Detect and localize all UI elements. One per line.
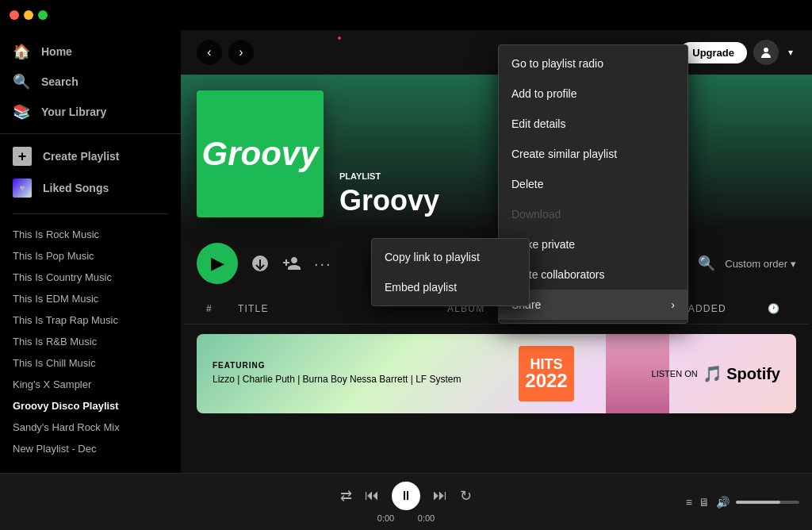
playlist-item-rock[interactable]: This Is Rock Music — [0, 224, 181, 245]
sidebar-divider — [13, 213, 168, 214]
content-area: ‹ › Upgrade ▾ Groovy PLA — [181, 30, 812, 473]
sidebar-item-search-label: Search — [41, 75, 79, 88]
player-controls: ⇄ ⏮ ⏸ ⏭ ↻ 0:00 0:00 — [138, 482, 674, 523]
minimize-button[interactable] — [24, 10, 33, 20]
volume-bar[interactable] — [736, 501, 799, 504]
liked-songs-item[interactable]: ♥ Liked Songs — [13, 172, 168, 204]
playlist-item-trap[interactable]: This Is Trap Rap Music — [0, 309, 181, 331]
playlist-item-country[interactable]: This Is Country Music — [0, 267, 181, 288]
library-icon: 📚 — [13, 103, 30, 121]
playlist-item-chill[interactable]: This Is Chill Music — [0, 352, 181, 374]
context-menu-overlay[interactable]: Go to playlist radio Add to profile Edit… — [181, 30, 812, 473]
submenu-item-embed[interactable]: Embed playlist — [372, 272, 529, 302]
sidebar-item-library-label: Your Library — [41, 106, 106, 118]
playlist-item-pop[interactable]: This Is Pop Music — [0, 245, 181, 267]
player-buttons: ⇄ ⏮ ⏸ ⏭ ↻ — [340, 482, 472, 510]
maximize-button[interactable] — [38, 10, 48, 20]
devices-icon[interactable]: 🖥 — [699, 496, 710, 509]
prev-button[interactable]: ⏮ — [365, 487, 379, 504]
create-playlist-icon: + — [13, 147, 32, 166]
close-button[interactable] — [10, 10, 19, 20]
player-progress: 0:00 0:00 — [372, 513, 440, 523]
submenu-item-copy-link[interactable]: Copy link to playlist — [372, 242, 529, 272]
main-layout: 🏠 Home 🔍 Search 📚 Your Library + Create … — [0, 30, 812, 473]
repeat-button[interactable]: ↻ — [460, 487, 472, 505]
playlist-item-groovy[interactable]: Groovy Disco Playlist — [0, 395, 181, 417]
volume-icon[interactable]: 🔊 — [716, 496, 730, 509]
next-button[interactable]: ⏭ — [433, 487, 447, 504]
title-bar — [0, 0, 812, 30]
sidebar-item-library[interactable]: 📚 Your Library — [0, 97, 181, 127]
menu-item-playlist-radio[interactable]: Go to playlist radio — [499, 48, 688, 79]
sidebar-actions: + Create Playlist ♥ Liked Songs — [0, 133, 181, 210]
create-playlist-label: Create Playlist — [43, 150, 120, 163]
playlist-item-edm[interactable]: This Is EDM Music — [0, 288, 181, 309]
create-playlist-item[interactable]: + Create Playlist — [13, 140, 168, 172]
sidebar-nav: 🏠 Home 🔍 Search 📚 Your Library — [0, 30, 181, 133]
menu-item-create-similar[interactable]: Create similar playlist — [499, 139, 688, 169]
context-menu-wrapper: Go to playlist radio Add to profile Edit… — [338, 36, 341, 40]
volume-fill — [736, 501, 780, 504]
share-chevron-icon: › — [671, 298, 675, 311]
traffic-lights — [10, 10, 48, 20]
player-right: ≡ 🖥 🔊 — [680, 496, 799, 509]
playlist-item-sandy[interactable]: Sandy's Hard Rock Mix — [0, 417, 181, 438]
current-time: 0:00 — [372, 513, 400, 523]
liked-songs-label: Liked Songs — [43, 182, 109, 194]
sidebar-item-home-label: Home — [41, 45, 72, 58]
player-bar: ⇄ ⏮ ⏸ ⏭ ↻ 0:00 0:00 ≡ 🖥 🔊 — [0, 473, 812, 530]
menu-item-download: Download — [499, 199, 688, 229]
liked-songs-icon: ♥ — [13, 179, 32, 198]
player-play-pause-button[interactable]: ⏸ — [392, 482, 420, 510]
sidebar-item-home[interactable]: 🏠 Home — [0, 36, 181, 67]
search-icon: 🔍 — [13, 73, 30, 90]
submenu: Copy link to playlist Embed playlist — [371, 238, 530, 306]
menu-item-add-to-profile[interactable]: Add to profile — [499, 79, 688, 109]
sidebar: 🏠 Home 🔍 Search 📚 Your Library + Create … — [0, 30, 181, 473]
sidebar-item-search[interactable]: 🔍 Search — [0, 67, 181, 97]
shuffle-button[interactable]: ⇄ — [340, 487, 352, 505]
playlist-list: This Is Rock Music This Is Pop Music Thi… — [0, 217, 181, 473]
home-icon: 🏠 — [13, 43, 30, 60]
queue-icon[interactable]: ≡ — [686, 496, 692, 509]
playlist-item-new[interactable]: New Playlist - Dec — [0, 438, 181, 459]
menu-item-delete[interactable]: Delete — [499, 169, 688, 199]
menu-item-edit-details[interactable]: Edit details — [499, 109, 688, 139]
total-time: 0:00 — [412, 513, 440, 523]
playlist-item-kings-x[interactable]: King's X Sampler — [0, 374, 181, 395]
playlist-item-rnb[interactable]: This Is R&B Music — [0, 331, 181, 352]
